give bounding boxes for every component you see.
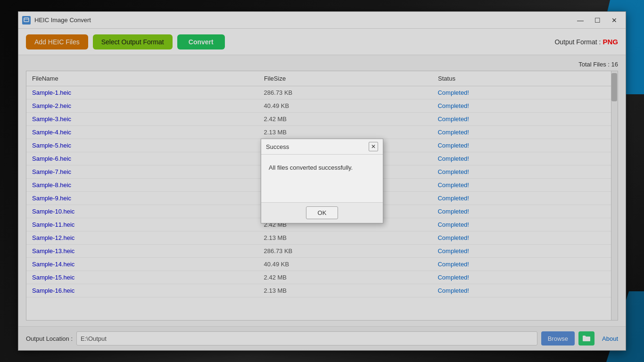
modal-title: Success	[266, 143, 289, 150]
ok-button[interactable]: OK	[306, 206, 339, 219]
modal-message: All files converted successfully.	[269, 164, 375, 171]
modal-title-bar: Success ✕	[261, 139, 383, 155]
success-dialog: Success ✕ All files converted successful…	[261, 139, 383, 223]
modal-footer: OK	[261, 202, 383, 223]
modal-close-button[interactable]: ✕	[369, 142, 378, 151]
modal-overlay: Success ✕ All files converted successful…	[0, 0, 644, 362]
modal-body: All files converted successfully.	[261, 155, 383, 202]
